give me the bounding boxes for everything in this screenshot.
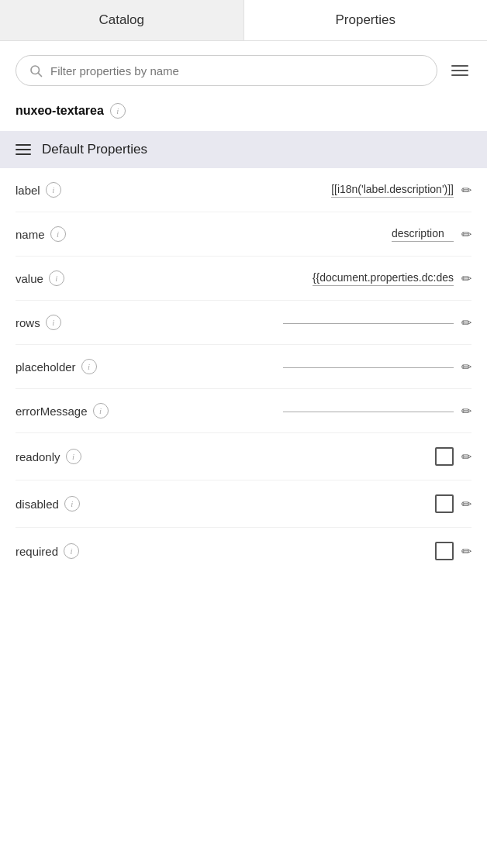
prop-info-icon-placeholder[interactable]: i (81, 359, 97, 374)
search-box (16, 55, 437, 86)
prop-info-icon-readonly[interactable]: i (66, 449, 81, 464)
prop-value-area-placeholder: ✏ (138, 360, 471, 374)
properties-list: label i [[i18n('label.description')]] ✏ … (0, 168, 487, 574)
prop-label-group-label: label i (16, 182, 132, 198)
prop-label-disabled: disabled (16, 498, 59, 511)
prop-label-group-disabled: disabled i (16, 496, 132, 512)
prop-label-group-required: required i (16, 543, 132, 559)
property-row-errorMessage: errorMessage i ✏ (16, 389, 471, 433)
tab-catalog[interactable]: Catalog (0, 0, 244, 40)
prop-info-icon-value[interactable]: i (49, 270, 64, 286)
prop-value-placeholder (283, 366, 454, 368)
tab-properties[interactable]: Properties (244, 0, 488, 40)
prop-edit-icon-placeholder[interactable]: ✏ (461, 360, 471, 374)
prop-label-group-errorMessage: errorMessage i (16, 403, 132, 418)
search-area (0, 41, 487, 100)
prop-value-area-name: description ✏ (138, 227, 471, 242)
prop-value-name: description (392, 227, 454, 242)
component-name: nuxeo-textarea (16, 104, 104, 118)
prop-checkbox-wrap-required: ✏ (138, 542, 471, 560)
prop-edit-icon-readonly[interactable]: ✏ (461, 450, 471, 464)
prop-info-icon-rows[interactable]: i (46, 315, 61, 330)
prop-edit-icon-label[interactable]: ✏ (461, 183, 471, 198)
component-label-area: nuxeo-textarea i (0, 100, 487, 131)
prop-label-required: required (16, 545, 58, 558)
section-header: Default Properties (0, 131, 487, 168)
prop-checkbox-wrap-disabled: ✏ (138, 494, 471, 513)
search-input[interactable] (50, 64, 424, 78)
prop-label-value: value (16, 272, 43, 285)
prop-value-area-errorMessage: ✏ (138, 404, 471, 418)
property-row-disabled: disabled i ✏ (16, 480, 471, 528)
menu-icon[interactable] (448, 62, 471, 79)
prop-value-area-rows: ✏ (138, 315, 471, 330)
prop-edit-icon-disabled[interactable]: ✏ (461, 497, 471, 512)
search-icon (29, 64, 43, 78)
prop-edit-icon-required[interactable]: ✏ (461, 544, 471, 559)
property-row-label: label i [[i18n('label.description')]] ✏ (16, 168, 471, 212)
property-row-placeholder: placeholder i ✏ (16, 345, 471, 389)
prop-edit-icon-errorMessage[interactable]: ✏ (461, 404, 471, 418)
prop-value-value: {{document.properties.dc:des (313, 271, 454, 286)
prop-label-placeholder: placeholder (16, 360, 76, 374)
prop-edit-icon-name[interactable]: ✏ (461, 227, 471, 242)
prop-info-icon-label[interactable]: i (46, 182, 61, 198)
section-title: Default Properties (42, 142, 147, 157)
prop-label-group-name: name i (16, 226, 132, 242)
prop-value-area-label: [[i18n('label.description')]] ✏ (138, 183, 471, 198)
prop-checkbox-required[interactable] (435, 542, 454, 560)
prop-label-label: label (16, 184, 40, 197)
prop-checkbox-wrap-readonly: ✏ (138, 447, 471, 466)
prop-info-icon-name[interactable]: i (50, 226, 66, 242)
prop-info-icon-errorMessage[interactable]: i (93, 403, 109, 418)
property-row-rows: rows i ✏ (16, 301, 471, 345)
prop-label-group-placeholder: placeholder i (16, 359, 132, 374)
property-row-readonly: readonly i ✏ (16, 433, 471, 480)
prop-value-area-value: {{document.properties.dc:des ✏ (138, 271, 471, 286)
prop-value-errorMessage (283, 410, 454, 412)
tab-bar: Catalog Properties (0, 0, 487, 41)
component-info-icon[interactable]: i (110, 103, 126, 119)
prop-label-group-rows: rows i (16, 315, 132, 330)
property-row-value: value i {{document.properties.dc:des ✏ (16, 257, 471, 301)
prop-label-group-readonly: readonly i (16, 449, 132, 464)
prop-edit-icon-value[interactable]: ✏ (461, 271, 471, 286)
prop-edit-icon-rows[interactable]: ✏ (461, 315, 471, 330)
prop-label-name: name (16, 228, 45, 241)
prop-value-label: [[i18n('label.description')]] (331, 183, 454, 198)
prop-label-readonly: readonly (16, 450, 60, 463)
prop-label-rows: rows (16, 316, 40, 329)
svg-line-1 (38, 73, 41, 76)
prop-checkbox-readonly[interactable] (435, 447, 454, 466)
prop-info-icon-required[interactable]: i (64, 543, 79, 559)
hamburger-icon (16, 144, 31, 155)
prop-label-errorMessage: errorMessage (16, 405, 88, 418)
prop-info-icon-disabled[interactable]: i (64, 496, 80, 512)
prop-label-group-value: value i (16, 270, 132, 286)
prop-value-rows (283, 322, 454, 324)
prop-checkbox-disabled[interactable] (435, 494, 454, 513)
property-row-required: required i ✏ (16, 528, 471, 574)
property-row-name: name i description ✏ (16, 212, 471, 257)
